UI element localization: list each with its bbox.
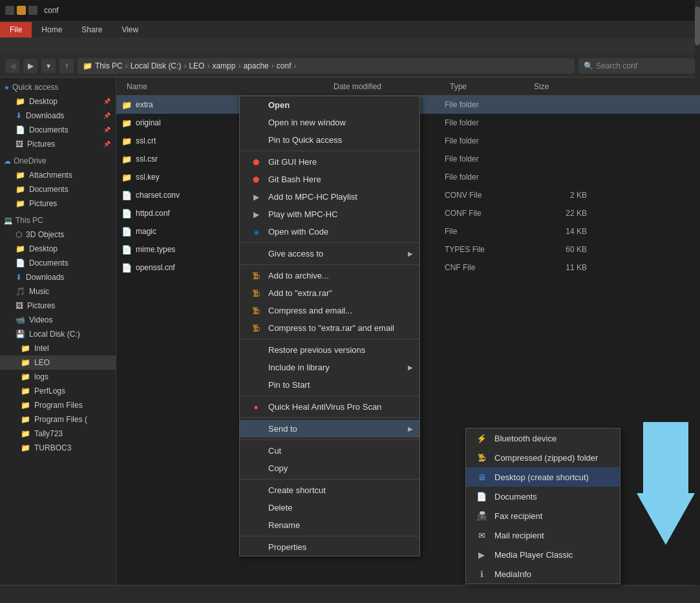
file-name: ssl.csr [136, 154, 158, 164]
cloud-icon: ☁ [4, 157, 11, 165]
ctx-create-shortcut[interactable]: Create shortcut [240, 481, 419, 499]
folder-icon: 📁 [21, 415, 30, 424]
ctx-include-library[interactable]: Include in library [240, 359, 419, 376]
music-icon: 🎵 [16, 287, 25, 296]
sendto-label: Bluetooth device [494, 434, 557, 443]
col-name[interactable]: Name [122, 82, 328, 91]
address-path[interactable]: 📁 This PC › Local Disk (C:) › LEO › xamp… [78, 58, 575, 74]
sidebar-label: Downloads [26, 111, 64, 120]
ctx-pin-quick[interactable]: Pin to Quick access [240, 131, 419, 149]
sendto-documents[interactable]: 📄 Documents [466, 487, 620, 506]
ctx-mpc-add[interactable]: ▶ Add to MPC-HC Playlist [240, 188, 419, 206]
thispc-header[interactable]: 💻 This PC [0, 213, 116, 227]
ctx-compress-extra-email[interactable]: 🗜 Compress to "extra.rar" and email [240, 319, 419, 337]
search-box[interactable]: 🔍 Search conf [578, 58, 695, 74]
sendto-desktop[interactable]: 🖥 Desktop (create shortcut) [466, 467, 620, 487]
ctx-open-label: Open [268, 100, 290, 110]
sidebar-item-turboc[interactable]: 📁 TURBOC3 [0, 441, 116, 455]
quick-access-header[interactable]: ★ Quick access [0, 80, 116, 94]
ctx-sep-5 [240, 396, 419, 396]
file-size: 22 KB [529, 209, 587, 218]
sidebar-item-programfilesx[interactable]: 📁 Program Files ( [0, 412, 116, 427]
folder-icon: 📁 [21, 386, 30, 396]
ctx-restore-versions[interactable]: Restore previous versions [240, 341, 419, 359]
col-date[interactable]: Date modified [328, 82, 445, 91]
sidebar-item-programfiles[interactable]: 📁 Program Files [0, 398, 116, 412]
tb-sq-3 [28, 6, 37, 15]
sendto-fax[interactable]: 📠 Fax recipient [466, 506, 620, 525]
ctx-git-bash[interactable]: ⬟ Git Bash Here [240, 171, 419, 188]
zip-icon: 🗜 [475, 452, 488, 463]
sidebar-item-pictures-qa[interactable]: 🖼 Pictures 📌 [0, 137, 116, 151]
tab-home[interactable]: Home [32, 22, 72, 37]
sidebar-item-leo[interactable]: 📁 LEO [0, 355, 116, 370]
sidebar-item-documents-od[interactable]: 📁 Documents [0, 182, 116, 196]
sidebar-item-documents-pc[interactable]: 📄 Documents [0, 256, 116, 270]
sendto-zip[interactable]: 🗜 Compressed (zipped) folder [466, 448, 620, 467]
sendto-mediainfo[interactable]: ℹ MediaInfo [466, 564, 620, 584]
sendto-label: Documents [494, 492, 537, 502]
ctx-open-new-window[interactable]: Open in new window [240, 114, 419, 131]
nav-back[interactable]: ◀ [5, 59, 19, 73]
tab-view[interactable]: View [112, 22, 148, 37]
sidebar-section-onedrive: ☁ OneDrive 📁 Attachments 📁 Documents 📁 P… [0, 154, 116, 211]
ctx-rename[interactable]: Rename [240, 516, 419, 534]
onedrive-header[interactable]: ☁ OneDrive [0, 154, 116, 168]
ctx-send-to[interactable]: Send to [240, 420, 419, 438]
tab-file[interactable]: File [0, 22, 32, 37]
nav-forward[interactable]: ▶ [23, 59, 37, 73]
ctx-properties[interactable]: Properties [240, 538, 419, 556]
ctx-pin-start[interactable]: Pin to Start [240, 376, 419, 394]
path-folder-icon: 📁 [83, 61, 92, 70]
sidebar-item-pictures-od[interactable]: 📁 Pictures [0, 196, 116, 211]
sendto-mail[interactable]: ✉ Mail recipient [466, 525, 620, 545]
sidebar-item-videos[interactable]: 📹 Videos [0, 313, 116, 327]
sidebar-item-music[interactable]: 🎵 Music [0, 284, 116, 299]
ctx-vscode[interactable]: ◈ Open with Code [240, 223, 419, 240]
sidebar-item-intel[interactable]: 📁 Intel [0, 341, 116, 355]
ctx-label: Properties [268, 542, 306, 552]
ctx-quick-heal[interactable]: ● Quick Heal AntiVirus Pro Scan [240, 398, 419, 416]
sidebar-item-desktop-qa[interactable]: 📁 Desktop 📌 [0, 94, 116, 109]
ctx-open[interactable]: Open [240, 96, 419, 114]
sidebar-item-desktop-pc[interactable]: 📁 Desktop [0, 242, 116, 256]
sidebar-item-documents-qa[interactable]: 📄 Documents 📌 [0, 123, 116, 137]
sidebar-item-attachments[interactable]: 📁 Attachments [0, 168, 116, 182]
ctx-cut[interactable]: Cut [240, 442, 419, 460]
ctx-give-access[interactable]: Give access to [240, 245, 419, 262]
sidebar-item-logs[interactable]: 📁 logs [0, 370, 116, 384]
col-type[interactable]: Type [445, 82, 529, 91]
ctx-delete[interactable]: Delete [240, 499, 419, 516]
ctx-add-archive[interactable]: 🗜 Add to archive... [240, 267, 419, 284]
ctx-compress-email[interactable]: 🗜 Compress and email... [240, 302, 419, 319]
sidebar-item-3dobjects[interactable]: ⬡ 3D Objects [0, 227, 116, 242]
ctx-copy[interactable]: Copy [240, 460, 419, 477]
ctx-sep-1 [240, 151, 419, 151]
sidebar-section-quick: ★ Quick access 📁 Desktop 📌 ⬇ Downloads 📌… [0, 80, 116, 151]
nav-up[interactable]: ↑ [59, 59, 74, 73]
bluetooth-icon: ⚡ [475, 433, 488, 443]
ctx-git-gui[interactable]: ⬟ Git GUI Here [240, 153, 419, 171]
tab-share[interactable]: Share [72, 22, 112, 37]
sidebar-item-localdisk[interactable]: 💾 Local Disk (C:) [0, 327, 116, 341]
pin-icon: 📌 [103, 112, 111, 119]
sidebar-label: Desktop [29, 244, 58, 253]
sendto-mediaplayer[interactable]: ▶ Media Player Classic [466, 545, 620, 564]
path-localdisk: Local Disk (C:) [131, 61, 182, 70]
sidebar-item-downloads-qa[interactable]: ⬇ Downloads 📌 [0, 109, 116, 123]
file-name: charset.conv [136, 191, 180, 200]
sidebar-item-downloads-pc[interactable]: ⬇ Downloads [0, 270, 116, 284]
ctx-mpc-play[interactable]: ▶ Play with MPC-HC [240, 206, 419, 223]
file-type: File folder [445, 154, 529, 164]
ctx-add-extra-rar[interactable]: 🗜 Add to "extra.rar" [240, 284, 419, 302]
desktop-icon: 🖥 [475, 472, 488, 482]
sidebar-item-tally[interactable]: 📁 Tally723 [0, 427, 116, 441]
sidebar-item-pictures-pc[interactable]: 🖼 Pictures [0, 299, 116, 313]
ctx-sep-6 [240, 418, 419, 418]
col-size[interactable]: Size [529, 82, 587, 91]
pin-icon: 📌 [103, 98, 111, 105]
nav-recent[interactable]: ▾ [41, 59, 56, 73]
sendto-bluetooth[interactable]: ⚡ Bluetooth device [466, 428, 620, 448]
sidebar: ★ Quick access 📁 Desktop 📌 ⬇ Downloads 📌… [0, 78, 116, 585]
sidebar-item-perflogs[interactable]: 📁 PerfLogs [0, 384, 116, 398]
